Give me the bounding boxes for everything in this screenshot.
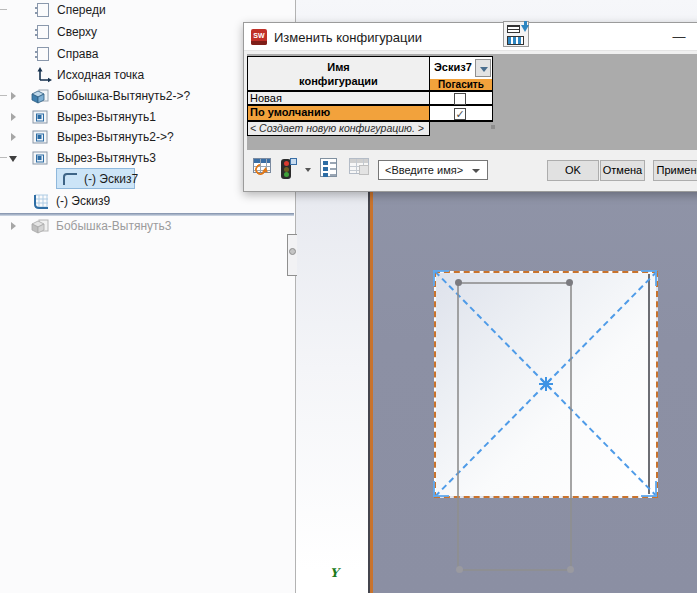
expand-arrow-icon[interactable] <box>11 113 16 121</box>
tree-item-label: Вырез-Вытянуть1 <box>57 107 156 127</box>
show-tree-items-icon[interactable] <box>320 158 337 177</box>
sketch-corner-mark <box>655 481 657 497</box>
config-name-column-header: Имя конфигурации <box>247 56 430 92</box>
plane-icon <box>37 3 49 17</box>
suppress-checkbox-unchecked[interactable] <box>454 93 466 105</box>
dropdown-arrow-icon[interactable] <box>305 168 311 172</box>
config-row-default[interactable]: По умолчанию <box>247 106 430 122</box>
config-row-new-checkbox-cell[interactable] <box>430 92 493 106</box>
suppress-checkbox-checked[interactable]: ✓ <box>454 108 466 120</box>
tree-item-label: Бобышка-Вытянуть2->? <box>57 86 190 106</box>
config-row-new[interactable]: Новая <box>247 92 430 106</box>
save-table-icon-disabled <box>349 158 369 174</box>
expand-arrow-icon[interactable] <box>11 222 16 230</box>
sketch-endpoint[interactable] <box>455 279 462 286</box>
sketch-corner-mark <box>433 481 435 497</box>
suppress-column-header[interactable]: Погасить <box>430 79 493 92</box>
sketch-corner-mark <box>655 270 657 286</box>
boss-extrude-icon-disabled <box>30 218 50 234</box>
expand-arrow-icon[interactable] <box>11 92 16 100</box>
sketch-corner-mark <box>433 495 449 497</box>
plane-icon <box>37 25 49 39</box>
cut-extrude-icon <box>30 129 50 145</box>
dialog-titlebar[interactable]: SW Изменить конфигурации — <box>244 23 697 51</box>
cancel-button[interactable]: Отмена <box>600 160 645 181</box>
config-name-combo[interactable]: <Введите имя> <box>378 160 488 180</box>
tree-item-sketch9[interactable]: (-) Эскиз9 <box>0 191 294 211</box>
expand-arrow-icon[interactable] <box>11 133 16 141</box>
table-resize-grip[interactable] <box>491 125 495 129</box>
tree-item-label: (-) Эскиз7 <box>84 169 138 189</box>
tree-item-label: Спереди <box>57 0 106 20</box>
cut-extrude-icon <box>30 109 50 125</box>
tree-item-label: Вырез-Вытянуть3 <box>57 148 156 168</box>
solidworks-app-icon: SW <box>251 29 267 45</box>
parameter-square-icon <box>290 158 297 165</box>
config-row-default-checkbox-cell[interactable]: ✓ <box>430 106 493 122</box>
tree-item-label: Справа <box>57 44 98 64</box>
floppy-disk-icon <box>359 165 369 175</box>
dialog-title: Изменить конфигурации <box>274 30 422 45</box>
show-configurations-icon[interactable] <box>253 158 271 173</box>
sketch-corner-mark <box>433 270 435 286</box>
sketch-grid-icon <box>31 193 51 209</box>
sketch-endpoint[interactable] <box>566 279 573 286</box>
apply-button[interactable]: Применить <box>653 160 697 181</box>
tree-item-label: Сверху <box>57 22 97 42</box>
solidworks-window: Y Спереди Сверху Справа Исходная <box>0 0 697 593</box>
cut-extrude-icon <box>30 150 50 166</box>
modify-configurations-dialog: SW Изменить конфигурации — Имя конфигура… <box>243 22 697 192</box>
tree-item-boss-extrude3[interactable]: Бобышка-Вытянуть3 <box>0 216 294 236</box>
sketch-rectangle[interactable] <box>457 282 572 571</box>
chevron-down-icon <box>472 169 480 173</box>
y-axis-label: Y <box>330 566 339 580</box>
sketch-corner-mark <box>433 270 449 272</box>
sketch-icon <box>60 171 80 187</box>
splitter-grip-handle[interactable] <box>287 234 297 276</box>
plane-icon <box>37 47 49 61</box>
feature-column-header[interactable]: Эскиз7 <box>430 56 493 79</box>
config-row-create-new[interactable]: < Создает новую конфигурацию. > <box>247 122 430 136</box>
apply-rows-icon[interactable] <box>503 21 529 47</box>
sketch-endpoint[interactable] <box>567 566 574 573</box>
chevron-down-icon <box>480 67 488 72</box>
minimize-button[interactable]: — <box>664 26 694 48</box>
cut-wall-edge <box>648 274 650 494</box>
ok-button[interactable]: OK <box>547 160 599 181</box>
collapse-arrow-icon[interactable] <box>9 156 17 162</box>
sketch-endpoint[interactable] <box>456 566 463 573</box>
boss-extrude-icon <box>30 88 50 104</box>
splitter-grip-dot <box>289 248 296 255</box>
feature-dropdown-button[interactable] <box>475 59 491 77</box>
tree-item-label: Исходная точка <box>57 65 144 85</box>
origin-icon <box>36 67 56 83</box>
tree-item-label: Вырез-Вытянуть2->? <box>57 127 174 147</box>
tree-item-label: Бобышка-Вытянуть3 <box>56 216 172 236</box>
suppress-states-icon[interactable] <box>279 158 299 180</box>
tree-item-label: (-) Эскиз9 <box>56 191 110 211</box>
tree-item-front-plane[interactable]: Спереди <box>0 0 294 20</box>
